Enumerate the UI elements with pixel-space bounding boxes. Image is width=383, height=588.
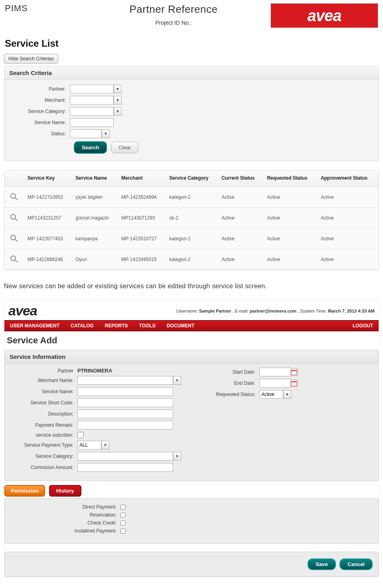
payment-type-input[interactable]: [77, 441, 101, 449]
chevron-down-icon[interactable]: ▼: [114, 107, 122, 116]
cell-service-name: çiçek bilgileri: [72, 187, 118, 208]
commission-input[interactable]: [77, 463, 173, 472]
doc-header-center: Partner Reference Project ID No.:: [77, 3, 270, 26]
installment-checkbox[interactable]: [120, 529, 126, 534]
nav-document[interactable]: DOCUMENT: [161, 320, 200, 331]
nav-user-management[interactable]: USER MANAGEMENT: [4, 320, 65, 331]
chevron-down-icon[interactable]: ▼: [102, 129, 110, 138]
payment-type-combo[interactable]: ▼: [77, 441, 109, 449]
merchant-name-label: Merchant Name:: [10, 378, 77, 383]
subscriber-label: service subcriber:: [10, 432, 77, 438]
chevron-down-icon[interactable]: ▼: [114, 85, 122, 93]
end-date-label: End Date:: [192, 380, 259, 386]
requested-status-label: Requested Status:: [192, 392, 259, 397]
partner-value: PTRINOMERA: [77, 368, 112, 374]
partner-input[interactable]: [70, 85, 114, 93]
doc-title: Partner Reference: [77, 3, 270, 16]
requested-status-combo[interactable]: ▼: [259, 390, 291, 399]
col-service-category: Service Category: [166, 170, 218, 187]
calendar-icon[interactable]: [290, 380, 298, 387]
category-input[interactable]: [70, 107, 114, 116]
status-input[interactable]: [70, 129, 102, 138]
col-requested-status: Requested Status: [264, 170, 318, 187]
start-date-input[interactable]: [259, 368, 291, 376]
nav-reports[interactable]: REPORTS: [99, 320, 134, 331]
cell-requested-status: Active: [264, 228, 318, 249]
cell-current-status: Active: [218, 249, 264, 270]
merchant-input[interactable]: [70, 96, 114, 105]
requested-status-input[interactable]: [259, 390, 283, 399]
service-category-combo[interactable]: ▼: [77, 452, 181, 461]
cell-category: kategori-2: [166, 228, 218, 249]
direct-payment-checkbox[interactable]: [120, 505, 126, 510]
nav-catalog[interactable]: CATALOG: [65, 320, 99, 331]
cell-requested-status: Active: [264, 249, 318, 270]
magnifier-icon[interactable]: [10, 192, 19, 200]
short-code-input[interactable]: [77, 398, 173, 407]
table-row: MP-1422668246OyunMP-1423495015kategori-2…: [4, 249, 379, 270]
category-label: Service Category:: [10, 109, 70, 114]
table-row: MP1143231257güncel magazinMP1143071293sk…: [4, 208, 379, 228]
clear-button[interactable]: Clear: [111, 142, 138, 153]
reservation-checkbox[interactable]: [120, 513, 126, 518]
check-credit-checkbox[interactable]: [120, 521, 126, 526]
merchant-combo[interactable]: ▼: [70, 96, 122, 105]
cell-merchant: MP-1423495015: [118, 249, 166, 270]
col-approvement-status: Approvement Status: [318, 170, 379, 187]
chevron-down-icon[interactable]: ▼: [173, 376, 181, 385]
nav-logout[interactable]: LOGOUT: [347, 320, 379, 331]
chevron-down-icon[interactable]: ▼: [283, 390, 291, 399]
save-button[interactable]: Save: [308, 558, 336, 570]
partner-combo[interactable]: ▼: [70, 85, 122, 93]
merchant-label: Merchant:: [10, 97, 70, 103]
search-criteria-panel: Search Criteria Partner: ▼ Merchant: ▼ S…: [4, 66, 379, 161]
svg-point-4: [11, 235, 16, 240]
magnifier-icon[interactable]: [10, 234, 19, 242]
magnifier-icon[interactable]: [10, 213, 19, 221]
calendar-icon[interactable]: [290, 368, 298, 376]
cell-service-key: MP-1422668246: [24, 249, 72, 270]
start-date-label: Start Date:: [192, 369, 259, 375]
cancel-button[interactable]: Cancel: [340, 558, 373, 570]
payment-remark-label: Payment Remark:: [10, 422, 77, 428]
partner-label: Partner: [10, 368, 77, 374]
results-panel: Service Key Service Name Merchant Servic…: [4, 170, 379, 270]
hide-search-criterias-button[interactable]: Hide Search Criterias: [4, 54, 58, 63]
short-code-label: Service Short Code:: [10, 400, 77, 406]
search-button[interactable]: Search: [74, 141, 107, 154]
col-service-name: Service Name: [72, 170, 118, 187]
description-input[interactable]: [77, 410, 173, 418]
chevron-down-icon[interactable]: ▼: [173, 452, 181, 461]
status-combo[interactable]: ▼: [70, 129, 110, 138]
avea-logo-text: avea: [308, 7, 342, 25]
cell-merchant: MP1143071293: [118, 208, 166, 228]
chevron-down-icon[interactable]: ▼: [101, 441, 109, 449]
save-row: Save Cancel: [4, 552, 379, 577]
end-date-input[interactable]: [259, 379, 291, 388]
subscriber-checkbox[interactable]: [77, 432, 84, 438]
cell-service-name: güncel magazin: [72, 208, 118, 228]
commission-label: Commision Amount:: [10, 465, 77, 470]
table-row: MP-1422710953çiçek bilgileriMP-142352499…: [4, 187, 379, 208]
nav-tools[interactable]: TOOLS: [134, 320, 161, 331]
service-list-screenshot: Service List Hide Search Criterias Searc…: [4, 36, 379, 271]
cell-approvement-status: Active: [318, 228, 379, 249]
permission-tab-button[interactable]: Permission: [4, 485, 45, 497]
service-table: Service Key Service Name Merchant Servic…: [4, 170, 379, 270]
service-name-label: Service Name:: [10, 120, 70, 125]
payment-remark-input[interactable]: [77, 421, 173, 430]
magnifier-icon[interactable]: [10, 255, 19, 263]
service-name-input[interactable]: [70, 118, 114, 127]
service-name-input2[interactable]: [77, 387, 173, 396]
chevron-down-icon[interactable]: ▼: [114, 96, 122, 105]
avea-logo-dark: avea: [8, 303, 37, 319]
doc-pims: PIMS: [5, 3, 77, 14]
svg-line-1: [15, 198, 18, 200]
service-name-label2: Service Name:: [10, 389, 77, 394]
history-tab-button[interactable]: History: [49, 485, 81, 497]
cell-current-status: Active: [218, 228, 264, 249]
category-combo[interactable]: ▼: [70, 107, 122, 116]
main-navbar: USER MANAGEMENT CATALOG REPORTS TOOLS DO…: [4, 320, 379, 331]
merchant-name-combo[interactable]: ▼: [77, 376, 181, 385]
check-credit-label: Check Credit:: [5, 520, 120, 526]
